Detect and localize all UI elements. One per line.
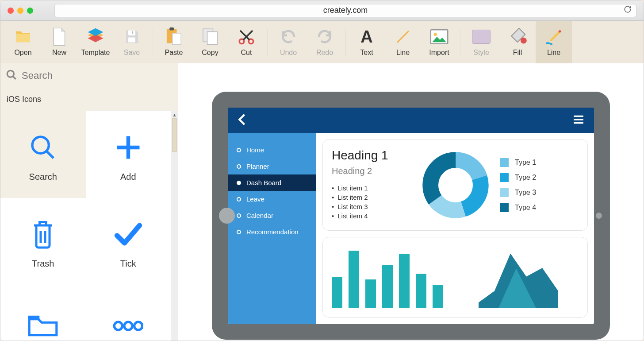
shape-tick[interactable]: Tick xyxy=(86,198,171,285)
card-charts xyxy=(322,237,588,318)
open-label: Open xyxy=(14,49,31,57)
bar-chart xyxy=(332,251,443,308)
list-item: List item 4 xyxy=(332,212,411,220)
line-tool-button[interactable]: Line xyxy=(385,21,421,63)
svg-rect-5 xyxy=(172,33,181,45)
tablet-mockup[interactable]: HomePlannerDash BoardLeaveCalendarRecomm… xyxy=(212,92,610,340)
menu-icon[interactable] xyxy=(573,115,584,126)
maximize-window-icon[interactable] xyxy=(27,8,33,14)
search-input[interactable] xyxy=(22,70,172,81)
svg-rect-2 xyxy=(132,31,133,34)
home-button-icon xyxy=(219,208,235,224)
legend-label: Type 1 xyxy=(515,159,536,167)
menu-item[interactable]: Planner xyxy=(228,158,316,174)
svg-rect-4 xyxy=(169,27,174,30)
bullet-icon xyxy=(237,230,241,234)
menu-item[interactable]: Leave xyxy=(228,191,316,207)
import-button[interactable]: Import xyxy=(421,21,457,63)
svg-rect-1 xyxy=(128,38,135,43)
list: List item 1List item 2List item 3List it… xyxy=(332,184,411,220)
legend-label: Type 3 xyxy=(515,189,536,197)
card-text: Heading 1 Heading 2 List item 1List item… xyxy=(332,148,411,221)
shape-folder[interactable] xyxy=(0,285,86,341)
new-button[interactable]: New xyxy=(41,21,77,63)
bar xyxy=(399,254,410,309)
main-area: iOS Icons Search Add Trash Tick xyxy=(0,63,644,341)
svg-point-18 xyxy=(134,322,142,330)
legend-swatch-icon xyxy=(500,188,509,197)
toolbar-separator xyxy=(267,29,268,55)
style-button[interactable]: Style xyxy=(463,21,499,63)
svg-line-10 xyxy=(397,31,409,43)
scroll-thumb[interactable] xyxy=(172,118,177,152)
shapes-grid: Search Add Trash Tick xyxy=(0,111,178,341)
legend-swatch-icon xyxy=(500,173,509,182)
menu-item[interactable]: Dash Board xyxy=(228,174,316,191)
template-button[interactable]: Template xyxy=(77,21,114,63)
menu-item[interactable]: Recommendation xyxy=(228,224,316,240)
import-label: Import xyxy=(429,49,449,57)
scroll-up-icon[interactable]: ▲ xyxy=(171,111,178,118)
line-style-button[interactable]: Line xyxy=(536,21,572,63)
pencil-icon xyxy=(544,27,563,46)
save-button[interactable]: Save xyxy=(114,21,150,63)
legend-label: Type 2 xyxy=(515,174,536,182)
screen-body: HomePlannerDash BoardLeaveCalendarRecomm… xyxy=(228,133,594,324)
shape-add[interactable]: Add xyxy=(86,111,171,198)
menu-item[interactable]: Home xyxy=(228,142,316,158)
menu-item[interactable]: Calendar xyxy=(228,207,316,224)
shape-search[interactable]: Search xyxy=(0,111,86,198)
shape-trash[interactable]: Trash xyxy=(0,198,86,285)
browser-window: creately.com Open New Template Save Past… xyxy=(0,0,644,341)
svg-point-12 xyxy=(434,33,437,36)
app-topbar xyxy=(228,108,594,133)
reload-icon[interactable] xyxy=(624,5,632,16)
fill-button[interactable]: Fill xyxy=(499,21,536,63)
line-icon xyxy=(394,27,412,46)
save-label: Save xyxy=(124,49,140,57)
page-icon xyxy=(50,27,69,46)
legend-label: Type 4 xyxy=(515,204,536,212)
bullet-icon xyxy=(237,148,241,152)
screen: HomePlannerDash BoardLeaveCalendarRecomm… xyxy=(228,108,594,324)
back-icon[interactable] xyxy=(238,113,246,128)
camera-icon xyxy=(596,213,602,219)
bar xyxy=(416,274,426,308)
search-shape-icon xyxy=(29,128,57,167)
list-item: List item 1 xyxy=(332,184,411,192)
cut-button[interactable]: Cut xyxy=(228,21,264,63)
paste-button[interactable]: Paste xyxy=(156,21,192,63)
text-tool-button[interactable]: A Text xyxy=(349,21,385,63)
redo-icon xyxy=(315,27,334,46)
style-swatch-icon xyxy=(472,27,491,46)
toolbar-separator xyxy=(460,29,460,55)
redo-button[interactable]: Redo xyxy=(307,21,343,63)
address-bar[interactable]: creately.com xyxy=(54,4,636,17)
undo-icon xyxy=(279,27,298,46)
canvas[interactable]: HomePlannerDash BoardLeaveCalendarRecomm… xyxy=(178,63,644,341)
bar xyxy=(365,279,376,308)
line-label: Line xyxy=(396,49,410,57)
svg-point-14 xyxy=(7,70,14,77)
side-menu: HomePlannerDash BoardLeaveCalendarRecomm… xyxy=(228,133,316,324)
paste-icon xyxy=(165,27,183,46)
close-window-icon[interactable] xyxy=(8,8,14,14)
category-header[interactable]: iOS Icons xyxy=(0,88,178,111)
bullet-icon xyxy=(237,213,241,218)
menu-label: Leave xyxy=(246,195,264,203)
minimize-window-icon[interactable] xyxy=(17,8,23,14)
legend-swatch-icon xyxy=(500,203,509,212)
layers-icon xyxy=(86,27,105,46)
copy-button[interactable]: Copy xyxy=(192,21,228,63)
toolbar-separator xyxy=(345,29,346,55)
svg-point-17 xyxy=(124,322,132,330)
shape-more[interactable] xyxy=(86,285,171,341)
menu-label: Home xyxy=(246,146,264,154)
list-item: List item 2 xyxy=(332,194,411,201)
scrollbar[interactable]: ▲ xyxy=(171,111,178,341)
copy-icon xyxy=(201,27,219,46)
titlebar: creately.com xyxy=(0,0,644,21)
open-button[interactable]: Open xyxy=(5,21,41,63)
copy-label: Copy xyxy=(202,49,218,57)
undo-button[interactable]: Undo xyxy=(270,21,307,63)
